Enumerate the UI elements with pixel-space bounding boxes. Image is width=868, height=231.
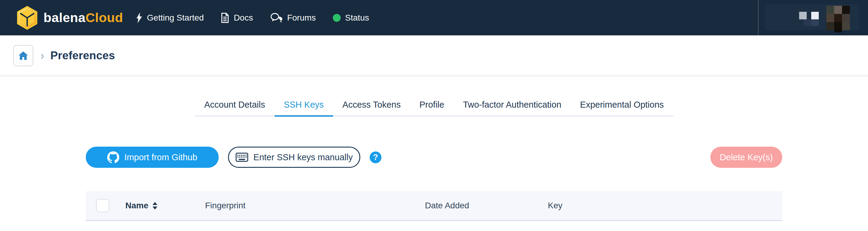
select-all-checkbox[interactable] bbox=[96, 199, 109, 212]
question-glyph: ? bbox=[373, 153, 378, 162]
home-button[interactable] bbox=[13, 45, 33, 66]
nav-link-label: Getting Started bbox=[147, 13, 204, 23]
column-header-key: Key bbox=[548, 201, 782, 210]
chevron-right-icon: › bbox=[40, 50, 44, 61]
brand-wordmark: balenaCloud bbox=[43, 10, 123, 25]
status-dot-icon bbox=[333, 14, 341, 22]
import-from-github-label: Import from Github bbox=[124, 152, 197, 162]
navbar-links: Getting Started Docs Forums bbox=[136, 12, 369, 23]
top-navbar: balenaCloud Getting Started Docs bbox=[0, 0, 868, 35]
column-header-fingerprint: Fingerprint bbox=[205, 201, 425, 210]
tabs: Account Details SSH Keys Access Tokens P… bbox=[195, 95, 673, 116]
import-from-github-button[interactable]: Import from Github bbox=[86, 147, 219, 168]
select-all-cell bbox=[86, 199, 125, 212]
balena-cube-icon bbox=[16, 6, 38, 30]
nav-link-forums[interactable]: Forums bbox=[270, 12, 316, 23]
chat-bubbles-icon bbox=[270, 12, 283, 23]
tab-ssh-keys[interactable]: SSH Keys bbox=[275, 95, 333, 117]
nav-link-label: Docs bbox=[234, 13, 253, 23]
ssh-keys-table-header: Name Fingerprint Date Added Key bbox=[86, 191, 782, 221]
lightning-icon bbox=[136, 12, 143, 23]
redacted-pixel bbox=[811, 19, 819, 26]
delete-keys-button[interactable]: Delete Key(s) bbox=[710, 147, 782, 168]
nav-link-getting-started[interactable]: Getting Started bbox=[136, 12, 204, 23]
github-icon bbox=[107, 151, 119, 163]
nav-link-status[interactable]: Status bbox=[333, 13, 369, 23]
help-question-icon[interactable]: ? bbox=[370, 151, 381, 163]
tab-experimental-options[interactable]: Experimental Options bbox=[571, 95, 673, 117]
ssh-keys-toolbar: Import from Github Enter SSH keys manual… bbox=[86, 147, 782, 168]
column-header-name[interactable]: Name bbox=[125, 201, 205, 210]
redacted-pixel bbox=[835, 30, 842, 32]
nav-link-docs[interactable]: Docs bbox=[221, 12, 253, 23]
page-title: Preferences bbox=[51, 49, 115, 62]
tab-account-details[interactable]: Account Details bbox=[195, 95, 275, 117]
tab-access-tokens[interactable]: Access Tokens bbox=[333, 95, 410, 117]
user-menu-redacted[interactable] bbox=[765, 4, 859, 30]
tabs-container: Account Details SSH Keys Access Tokens P… bbox=[0, 95, 868, 116]
column-header-date-added: Date Added bbox=[425, 201, 548, 210]
delete-keys-label: Delete Key(s) bbox=[720, 152, 773, 162]
tab-profile[interactable]: Profile bbox=[410, 95, 454, 117]
redacted-pixel bbox=[811, 12, 819, 19]
keyboard-icon bbox=[236, 152, 248, 162]
nav-link-label: Status bbox=[345, 13, 369, 23]
preferences-page: balenaCloud Getting Started Docs bbox=[0, 0, 868, 231]
redacted-pixel bbox=[799, 12, 807, 19]
enter-ssh-keys-manually-button[interactable]: Enter SSH keys manually bbox=[228, 147, 360, 168]
nav-link-label: Forums bbox=[287, 13, 316, 23]
redacted-pixel bbox=[804, 19, 811, 26]
column-label: Name bbox=[125, 201, 148, 210]
document-icon bbox=[221, 12, 229, 23]
home-icon bbox=[19, 51, 28, 60]
tab-two-factor[interactable]: Two-factor Authentication bbox=[454, 95, 571, 117]
brand-logo[interactable]: balenaCloud bbox=[16, 6, 123, 30]
sort-icon bbox=[153, 202, 157, 209]
breadcrumb: › Preferences bbox=[0, 35, 868, 76]
enter-ssh-keys-manually-label: Enter SSH keys manually bbox=[253, 152, 353, 162]
avatar bbox=[826, 6, 850, 30]
navbar-divider bbox=[758, 0, 759, 35]
